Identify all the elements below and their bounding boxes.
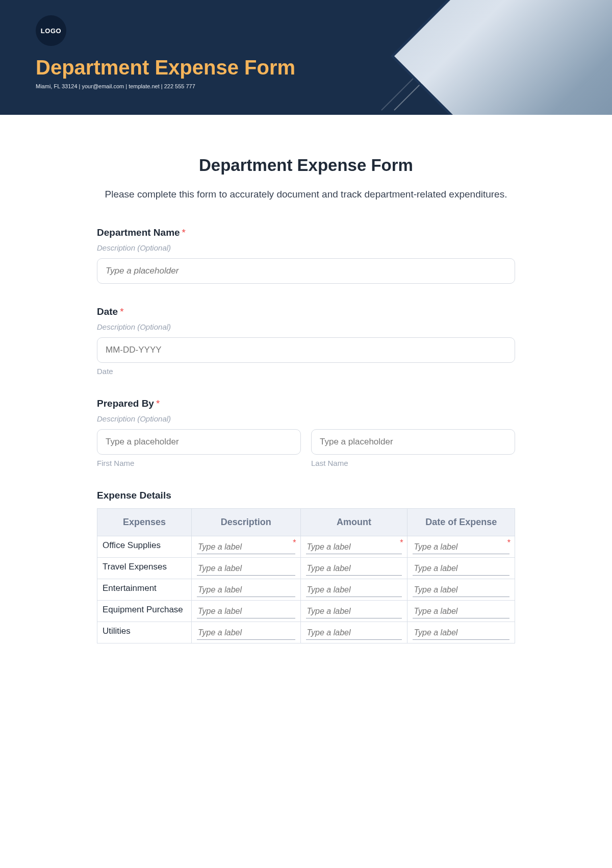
expense-input-cell: [192, 622, 301, 643]
table-header-expenses: Expenses: [97, 509, 192, 536]
expense-input-cell: [407, 622, 515, 643]
expense-name-cell: Entertainment: [97, 579, 192, 601]
expense-name-cell: Office Supplies: [97, 536, 192, 558]
date-label: Date: [97, 306, 118, 317]
last-name-input[interactable]: [311, 429, 515, 455]
expense-input-cell: [407, 601, 515, 622]
table-header-amount: Amount: [300, 509, 407, 536]
date-description: Description (Optional): [97, 323, 515, 331]
table-header-description: Description: [192, 509, 301, 536]
table-row: Utilities: [97, 622, 515, 643]
expense-cell-input[interactable]: [197, 540, 295, 554]
prepared-by-description: Description (Optional): [97, 414, 515, 423]
expense-cell-input[interactable]: [306, 540, 402, 554]
expense-input-cell: [407, 558, 515, 579]
table-row: Office Supplies***: [97, 536, 515, 558]
expense-input-cell: [300, 601, 407, 622]
expense-cell-input[interactable]: [413, 540, 509, 554]
expense-table: Expenses Description Amount Date of Expe…: [97, 508, 515, 643]
required-mark: *: [507, 538, 511, 548]
field-prepared-by: Prepared By* Description (Optional) Firs…: [97, 398, 515, 467]
department-name-description: Description (Optional): [97, 243, 515, 252]
table-header-date: Date of Expense: [407, 509, 515, 536]
expense-input-cell: *: [192, 536, 301, 558]
expense-name-cell: Utilities: [97, 622, 192, 643]
expense-name-cell: Travel Expenses: [97, 558, 192, 579]
expense-cell-input[interactable]: [413, 583, 509, 597]
expense-input-cell: [192, 558, 301, 579]
date-sublabel: Date: [97, 367, 515, 376]
expense-input-cell: *: [300, 536, 407, 558]
last-name-sublabel: Last Name: [311, 459, 515, 467]
logo: LOGO: [36, 15, 66, 46]
department-name-label: Department Name: [97, 227, 180, 238]
table-row: Travel Expenses: [97, 558, 515, 579]
prepared-by-label: Prepared By: [97, 398, 154, 409]
expense-input-cell: [300, 558, 407, 579]
required-mark: *: [400, 538, 403, 548]
expense-name-cell: Equipment Purchase: [97, 601, 192, 622]
table-row: Equipment Purchase: [97, 601, 515, 622]
field-date: Date* Description (Optional) Date: [97, 306, 515, 376]
expense-cell-input[interactable]: [306, 626, 402, 640]
expense-cell-input[interactable]: [306, 583, 402, 597]
hero-title: Department Expense Form: [36, 56, 612, 79]
expense-cell-input[interactable]: [197, 626, 295, 640]
field-department-name: Department Name* Description (Optional): [97, 227, 515, 284]
expense-input-cell: [300, 579, 407, 601]
expense-cell-input[interactable]: [306, 562, 402, 576]
expense-input-cell: *: [407, 536, 515, 558]
expense-cell-input[interactable]: [197, 562, 295, 576]
required-mark: *: [156, 398, 160, 409]
expense-cell-input[interactable]: [197, 605, 295, 618]
expense-input-cell: [407, 579, 515, 601]
expense-cell-input[interactable]: [413, 562, 509, 576]
hero-banner: LOGO Department Expense Form Miami, FL 3…: [0, 0, 612, 115]
hero-subtitle: Miami, FL 33124 | your@email.com | templ…: [36, 83, 612, 89]
expense-input-cell: [300, 622, 407, 643]
expense-cell-input[interactable]: [413, 605, 509, 618]
first-name-sublabel: First Name: [97, 459, 301, 467]
table-row: Entertainment: [97, 579, 515, 601]
expense-input-cell: [192, 579, 301, 601]
required-mark: *: [293, 538, 296, 548]
first-name-input[interactable]: [97, 429, 301, 455]
required-mark: *: [120, 306, 123, 317]
expense-input-cell: [192, 601, 301, 622]
form-title: Department Expense Form: [97, 156, 515, 175]
department-name-input[interactable]: [97, 258, 515, 284]
expense-cell-input[interactable]: [306, 605, 402, 618]
expense-details-title: Expense Details: [97, 490, 515, 501]
expense-cell-input[interactable]: [197, 583, 295, 597]
date-input[interactable]: [97, 337, 515, 363]
form-intro: Please complete this form to accurately …: [97, 186, 515, 203]
expense-cell-input[interactable]: [413, 626, 509, 640]
required-mark: *: [182, 227, 186, 238]
